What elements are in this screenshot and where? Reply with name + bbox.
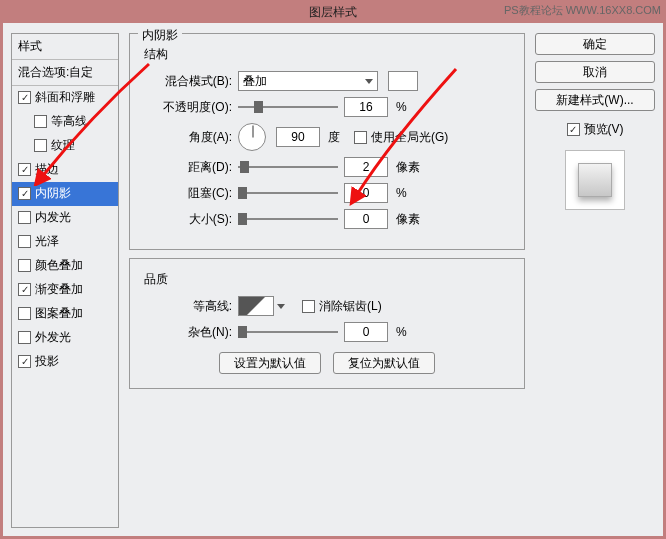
style-item-label: 等高线 [51,113,87,130]
antialias-label: 消除锯齿(L) [319,298,382,315]
style-item-label: 内发光 [35,209,71,226]
contour-label: 等高线: [142,298,232,315]
style-item-0[interactable]: ✓斜面和浮雕 [12,86,118,110]
opacity-label: 不透明度(O): [142,99,232,116]
style-checkbox[interactable]: ✓ [18,355,31,368]
sidebar: 确定 取消 新建样式(W)... ✓预览(V) [535,33,655,528]
style-checkbox[interactable]: ✓ [18,187,31,200]
size-value[interactable]: 0 [344,209,388,229]
distance-value[interactable]: 2 [344,157,388,177]
styles-list: 样式 混合选项:自定 ✓斜面和浮雕等高线纹理✓描边✓内阴影内发光光泽颜色叠加✓渐… [11,33,119,528]
style-item-9[interactable]: 图案叠加 [12,302,118,326]
make-default-button[interactable]: 设置为默认值 [219,352,321,374]
dialog-body: 样式 混合选项:自定 ✓斜面和浮雕等高线纹理✓描边✓内阴影内发光光泽颜色叠加✓渐… [1,23,665,538]
main-panel: 内阴影 结构 混合模式(B): 叠加 不透明度(O): 16 % 角度(A): … [129,33,525,528]
style-item-label: 外发光 [35,329,71,346]
distance-unit: 像素 [396,159,420,176]
style-checkbox[interactable]: ✓ [18,91,31,104]
style-checkbox[interactable] [18,331,31,344]
global-light-checkbox[interactable]: 使用全局光(G) [354,129,448,146]
opacity-value[interactable]: 16 [344,97,388,117]
style-item-label: 纹理 [51,137,75,154]
structure-title: 结构 [144,46,512,63]
style-item-label: 投影 [35,353,59,370]
style-checkbox[interactable] [34,115,47,128]
style-item-label: 图案叠加 [35,305,83,322]
blend-options[interactable]: 混合选项:自定 [12,60,118,86]
watermark: PS教程论坛 WWW.16XX8.COM [504,3,661,18]
style-item-label: 渐变叠加 [35,281,83,298]
style-item-6[interactable]: 光泽 [12,230,118,254]
blend-mode-select[interactable]: 叠加 [238,71,378,91]
opacity-slider[interactable] [238,100,338,114]
contour-picker[interactable] [238,296,274,316]
distance-label: 距离(D): [142,159,232,176]
noise-slider[interactable] [238,325,338,339]
distance-slider[interactable] [238,160,338,174]
style-item-2[interactable]: 纹理 [12,134,118,158]
styles-header[interactable]: 样式 [12,34,118,60]
quality-title: 品质 [144,271,512,288]
antialias-checkbox[interactable]: 消除锯齿(L) [302,298,382,315]
new-style-button[interactable]: 新建样式(W)... [535,89,655,111]
blend-mode-value: 叠加 [243,73,267,90]
quality-group: 品质 等高线: 消除锯齿(L) 杂色(N): 0 % 设置为默认值 复位为默认值 [129,258,525,389]
choke-slider[interactable] [238,186,338,200]
noise-label: 杂色(N): [142,324,232,341]
size-label: 大小(S): [142,211,232,228]
style-item-label: 描边 [35,161,59,178]
style-item-4[interactable]: ✓内阴影 [12,182,118,206]
ok-button[interactable]: 确定 [535,33,655,55]
style-checkbox[interactable]: ✓ [18,163,31,176]
reset-default-button[interactable]: 复位为默认值 [333,352,435,374]
style-item-1[interactable]: 等高线 [12,110,118,134]
angle-dial[interactable] [238,123,266,151]
size-unit: 像素 [396,211,420,228]
angle-value[interactable]: 90 [276,127,320,147]
dialog-title: 图层样式 [309,4,357,21]
style-checkbox[interactable] [18,259,31,272]
preview-inner [578,163,612,197]
group-title: 内阴影 [138,27,182,44]
style-item-3[interactable]: ✓描边 [12,158,118,182]
shadow-color-swatch[interactable] [388,71,418,91]
preview-checkbox[interactable]: ✓预览(V) [535,121,655,138]
style-item-label: 斜面和浮雕 [35,89,95,106]
size-slider[interactable] [238,212,338,226]
style-checkbox[interactable] [34,139,47,152]
style-item-8[interactable]: ✓渐变叠加 [12,278,118,302]
style-checkbox[interactable] [18,211,31,224]
cancel-button[interactable]: 取消 [535,61,655,83]
style-item-label: 内阴影 [35,185,71,202]
noise-unit: % [396,325,407,339]
layer-style-dialog: 图层样式 PS教程论坛 WWW.16XX8.COM 样式 混合选项:自定 ✓斜面… [0,0,666,539]
blend-mode-label: 混合模式(B): [142,73,232,90]
style-checkbox[interactable] [18,235,31,248]
preview-swatch [565,150,625,210]
noise-value[interactable]: 0 [344,322,388,342]
angle-unit: 度 [328,129,340,146]
preview-label: 预览(V) [584,121,624,138]
style-item-7[interactable]: 颜色叠加 [12,254,118,278]
choke-label: 阻塞(C): [142,185,232,202]
global-light-label: 使用全局光(G) [371,129,448,146]
opacity-unit: % [396,100,407,114]
choke-value[interactable]: 0 [344,183,388,203]
style-item-label: 光泽 [35,233,59,250]
style-checkbox[interactable] [18,307,31,320]
style-item-5[interactable]: 内发光 [12,206,118,230]
angle-label: 角度(A): [142,129,232,146]
style-item-label: 颜色叠加 [35,257,83,274]
style-item-10[interactable]: 外发光 [12,326,118,350]
style-item-11[interactable]: ✓投影 [12,350,118,374]
style-checkbox[interactable]: ✓ [18,283,31,296]
choke-unit: % [396,186,407,200]
structure-group: 内阴影 结构 混合模式(B): 叠加 不透明度(O): 16 % 角度(A): … [129,33,525,250]
